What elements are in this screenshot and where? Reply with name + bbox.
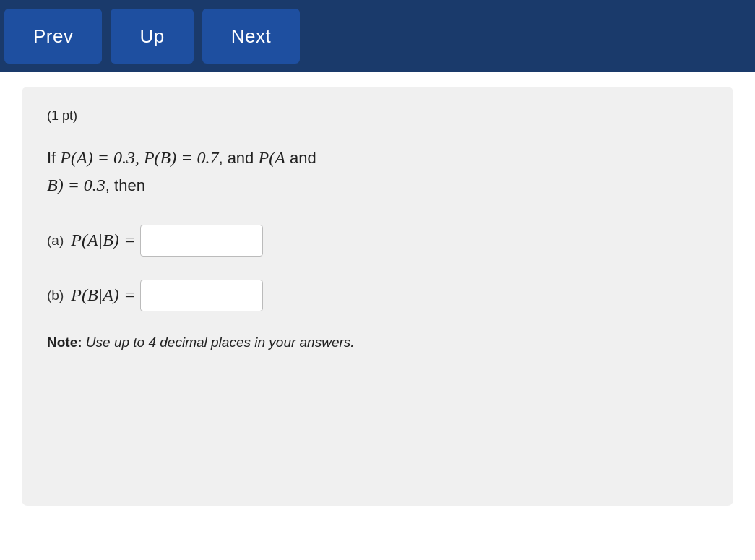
pab-equation: P(A	[258, 148, 285, 167]
given-text: If	[47, 149, 60, 167]
and-word: and	[285, 149, 316, 167]
content-area: (1 pt) If P(A) = 0.3, P(B) = 0.7, and P(…	[22, 87, 733, 506]
part-a-row: (a) P(A|B) =	[47, 225, 708, 257]
part-a-label: (a)	[47, 233, 64, 249]
part-b-label: (b)	[47, 288, 64, 303]
note-bold-label: Note:	[47, 335, 82, 350]
next-button[interactable]: Next	[202, 9, 300, 64]
comma-and: , and	[218, 149, 258, 167]
pb-equation: P(B) = 0.7	[144, 148, 219, 167]
note-italic-text: Use up to 4 decimal places in your answe…	[86, 335, 355, 350]
part-a-math: P(A|B)	[71, 231, 119, 250]
pab-equation-2: B) = 0.3	[47, 176, 105, 194]
points-label: (1 pt)	[47, 108, 708, 124]
then-text: , then	[105, 176, 145, 194]
part-b-row: (b) P(B|A) =	[47, 280, 708, 311]
part-a-equals: =	[125, 231, 135, 250]
note-line: Note: Use up to 4 decimal places in your…	[47, 335, 708, 350]
problem-text: If P(A) = 0.3, P(B) = 0.7, and P(A and B…	[47, 144, 708, 199]
part-b-input[interactable]	[140, 280, 263, 311]
top-nav: Prev Up Next	[0, 0, 755, 72]
part-b-equals: =	[125, 285, 135, 305]
up-button[interactable]: Up	[111, 9, 193, 64]
pa-equation: P(A) = 0.3,	[60, 148, 144, 167]
part-b-math: P(B|A)	[71, 285, 119, 305]
prev-button[interactable]: Prev	[4, 9, 102, 64]
part-a-input[interactable]	[140, 225, 263, 257]
